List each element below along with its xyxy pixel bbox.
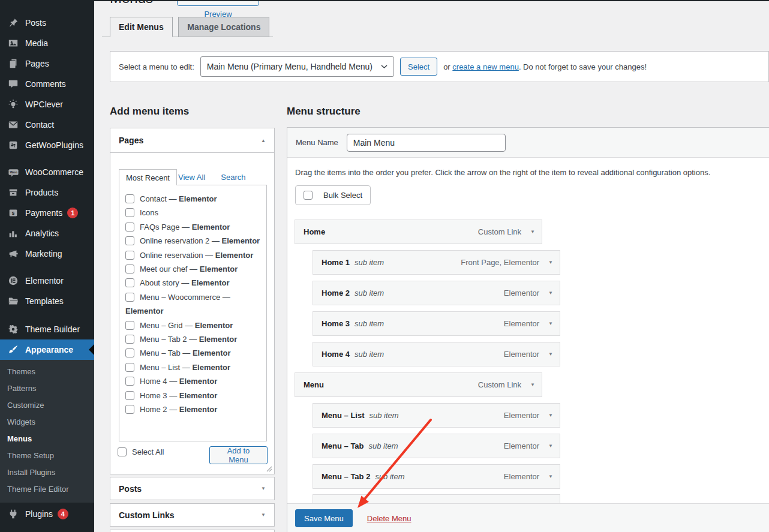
- collapse-up-icon[interactable]: ▲: [261, 138, 266, 143]
- sidebar-item-theme-builder[interactable]: Theme Builder: [0, 319, 94, 339]
- submenu-item-install-plugins[interactable]: Install Plugins: [0, 464, 94, 481]
- checkbox[interactable]: [125, 321, 134, 330]
- checkbox[interactable]: [125, 363, 134, 372]
- menu-dropdown[interactable]: Main Menu (Primary Menu, Handheld Menu): [200, 56, 394, 77]
- checkbox[interactable]: [125, 208, 134, 217]
- bulk-select-checkbox[interactable]: [304, 191, 313, 200]
- sidebar-item-analytics[interactable]: Analytics: [0, 223, 94, 244]
- sidebar-item-posts[interactable]: Posts: [0, 13, 94, 33]
- page-item-builder: Elementor: [195, 321, 233, 330]
- expand-arrow-icon[interactable]: ▼: [548, 290, 553, 296]
- sidebar-item-woocommerce[interactable]: Woo WooCommerce: [0, 162, 94, 182]
- delete-menu-link[interactable]: Delete Menu: [367, 514, 411, 523]
- expand-arrow-icon[interactable]: ▼: [548, 351, 553, 357]
- sidebar-item-contact[interactable]: Contact: [0, 115, 94, 135]
- page-checkbox-item[interactable]: Menu – Tab 2 — Elementor: [125, 332, 264, 346]
- page-checkbox-item[interactable]: Home 3 — Elementor: [125, 389, 264, 402]
- expand-arrow-icon[interactable]: ▼: [548, 474, 553, 479]
- checkbox[interactable]: [125, 194, 134, 203]
- pages-panel-header[interactable]: Pages ▲: [110, 128, 274, 153]
- page-checkbox-item[interactable]: Icons: [125, 206, 264, 220]
- custom-links-panel-header[interactable]: Custom Links ▼: [110, 504, 274, 526]
- sidebar-item-getwooplugins[interactable]: GetWooPlugins: [0, 135, 94, 155]
- checkbox[interactable]: [125, 265, 134, 273]
- submenu-item-theme-file-editor[interactable]: Theme File Editor: [0, 481, 94, 498]
- posts-panel-header[interactable]: Posts ▼: [110, 477, 274, 500]
- menu-item-menu-tab[interactable]: Menu – Tab sub item Elementor ▼: [313, 434, 560, 458]
- sidebar-item-label: WooCommerce: [25, 167, 83, 177]
- expand-arrow-icon[interactable]: ▼: [548, 260, 553, 265]
- page-checkbox-item[interactable]: About story — Elementor: [125, 276, 264, 290]
- checkbox[interactable]: [125, 293, 134, 302]
- sidebar-item-media[interactable]: Media: [0, 33, 94, 53]
- collapse-down-icon[interactable]: ▼: [261, 486, 266, 491]
- sidebar-item-marketing[interactable]: Marketing: [0, 244, 94, 264]
- sidebar-item-pages[interactable]: Pages: [0, 53, 94, 74]
- submenu-item-themes[interactable]: Themes: [0, 363, 94, 380]
- submenu-item-patterns[interactable]: Patterns: [0, 380, 94, 397]
- expand-arrow-icon[interactable]: ▼: [530, 382, 535, 387]
- page-checkbox-item[interactable]: Online reservation — Elementor: [125, 248, 264, 262]
- expand-arrow-icon[interactable]: ▼: [548, 413, 553, 418]
- select-all-control[interactable]: Select All: [118, 447, 164, 456]
- sidebar-item-plugins[interactable]: Plugins 4: [0, 504, 94, 524]
- menu-item-menu[interactable]: Menu Custom Link ▼: [295, 372, 542, 397]
- checkbox[interactable]: [125, 251, 134, 260]
- page-checkbox-item[interactable]: Menu – List — Elementor: [125, 360, 264, 374]
- tab-search[interactable]: Search: [221, 173, 245, 182]
- tab-view-all[interactable]: View All: [178, 173, 205, 182]
- page-checkbox-item[interactable]: Meet our chef — Elementor: [125, 262, 264, 276]
- tab-edit-menus[interactable]: Edit Menus: [110, 17, 173, 37]
- checkbox[interactable]: [125, 405, 134, 414]
- sidebar-item-products[interactable]: Products: [0, 182, 94, 203]
- expand-arrow-icon[interactable]: ▼: [548, 443, 553, 449]
- menu-item-home-2[interactable]: Home 2 sub item Elementor ▼: [313, 281, 560, 305]
- add-to-menu-button[interactable]: Add to Menu: [209, 446, 268, 464]
- checkbox[interactable]: [125, 391, 134, 400]
- submenu-item-widgets[interactable]: Widgets: [0, 414, 94, 431]
- create-new-menu-link[interactable]: create a new menu: [452, 62, 519, 71]
- submenu-item-menus[interactable]: Menus: [0, 431, 94, 447]
- page-checkbox-item[interactable]: Menu – Woocommerce — Elementor: [125, 290, 264, 318]
- expand-arrow-icon[interactable]: ▼: [530, 229, 535, 235]
- checkbox[interactable]: [125, 335, 134, 344]
- checkbox[interactable]: [125, 377, 134, 386]
- menu-item-menu-tab-2[interactable]: Menu – Tab 2 sub item Elementor ▼: [313, 464, 560, 489]
- sidebar-item-templates[interactable]: Templates: [0, 291, 94, 311]
- save-menu-button[interactable]: Save Menu: [295, 509, 353, 527]
- sidebar-item-wpclever[interactable]: WPClever: [0, 94, 94, 115]
- resize-grip[interactable]: [266, 465, 272, 472]
- sidebar-item-appearance[interactable]: Appearance: [0, 339, 94, 360]
- tab-most-recent[interactable]: Most Recent: [119, 169, 177, 185]
- page-checkbox-item[interactable]: Home 4 — Elementor: [125, 374, 264, 388]
- collapse-down-icon[interactable]: ▼: [261, 512, 266, 518]
- checkbox[interactable]: [125, 223, 134, 232]
- submenu-item-customize[interactable]: Customize: [0, 397, 94, 414]
- custom-links-accordion-panel: Custom Links ▼: [110, 503, 275, 527]
- page-checkbox-item[interactable]: Online reservation 2 — Elementor: [125, 234, 264, 248]
- menu-item-home-3[interactable]: Home 3 sub item Elementor ▼: [313, 311, 560, 336]
- page-checkbox-item[interactable]: FAQs Page — Elementor: [125, 220, 264, 234]
- sidebar-item-elementor[interactable]: Elementor: [0, 270, 94, 291]
- tab-manage-locations[interactable]: Manage Locations: [178, 17, 269, 37]
- page-checkbox-item[interactable]: Home 2 — Elementor: [125, 402, 264, 416]
- expand-arrow-icon[interactable]: ▼: [548, 321, 553, 326]
- checkbox[interactable]: [125, 236, 134, 245]
- page-checkbox-item[interactable]: Contact — Elementor: [125, 192, 264, 206]
- submenu-item-theme-setup[interactable]: Theme Setup: [0, 447, 94, 464]
- bulk-select-control[interactable]: Bulk Select: [295, 185, 371, 205]
- menu-item-menu-list[interactable]: Menu – List sub item Elementor ▼: [313, 403, 560, 428]
- menu-item-home[interactable]: Home Custom Link ▼: [295, 220, 542, 244]
- checkbox[interactable]: [125, 278, 134, 287]
- sidebar-item-comments[interactable]: Comments: [0, 74, 94, 94]
- menu-item-home-1[interactable]: Home 1 sub item Front Page, Elementor ▼: [313, 250, 560, 275]
- page-checkbox-item[interactable]: Menu – Tab — Elementor: [125, 346, 264, 360]
- select-button[interactable]: Select: [400, 58, 437, 76]
- menu-name-input[interactable]: [347, 134, 506, 152]
- sidebar-item-payments[interactable]: $ Payments 1: [0, 203, 94, 223]
- checkbox[interactable]: [125, 348, 134, 357]
- menu-item-home-4[interactable]: Home 4 sub item Elementor ▼: [313, 342, 560, 366]
- menu-item-name: Menu – Tab 2: [322, 472, 370, 481]
- page-checkbox-item[interactable]: Menu – Grid — Elementor: [125, 318, 264, 332]
- select-all-checkbox[interactable]: [118, 447, 127, 456]
